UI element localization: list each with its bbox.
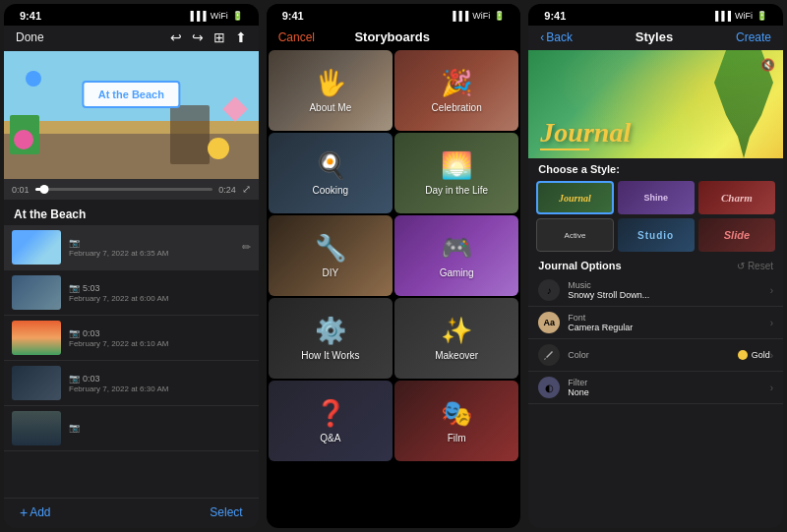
clip-item[interactable]: 📷 0:03 February 7, 2022 at 6:10 AM xyxy=(4,316,259,361)
preview-title: Journal xyxy=(540,117,631,148)
redo-icon[interactable]: ↪ xyxy=(192,30,204,45)
add-label[interactable]: Add xyxy=(30,505,50,519)
camera-icon-4: 📷 xyxy=(69,374,80,384)
wifi-icon-2: WiFi xyxy=(472,11,490,21)
done-button[interactable]: Done xyxy=(16,30,44,44)
edit-icon-1[interactable]: ✏ xyxy=(242,241,251,254)
journal-options-header: Journal Options ↺ Reset xyxy=(528,255,783,274)
font-icon: Aa xyxy=(538,312,560,333)
color-value: Gold xyxy=(752,350,770,360)
signal-icon-1: ▐▐▐ xyxy=(188,11,207,21)
about-me-icon: 🖐 xyxy=(315,68,346,98)
color-dot xyxy=(738,350,748,360)
storyboard-qa[interactable]: ❓ Q&A xyxy=(269,381,393,461)
music-option-row[interactable]: ♪ Music Snowy Stroll Down... › xyxy=(528,274,783,307)
storyboard-about-me[interactable]: 🖐 About Me xyxy=(269,50,393,131)
film-icon: 🎭 xyxy=(441,398,472,429)
storyboard-diy[interactable]: 🔧 DIY xyxy=(269,215,393,296)
clip-date-3: February 7, 2022 at 6:10 AM xyxy=(69,339,251,348)
swatch-studio-label: Studio xyxy=(637,230,674,241)
preview-title-underline xyxy=(540,148,589,150)
clip-info-5: 📷 xyxy=(69,423,251,434)
font-option-content: Font Camera Regular xyxy=(568,313,769,332)
makeover-icon: ✨ xyxy=(441,316,472,346)
clip-item[interactable]: 📷 February 7, 2022 at 6:35 AM ✏ xyxy=(4,225,259,270)
clip-duration-2: 5:03 xyxy=(83,283,100,293)
day-in-life-label: Day in the Life xyxy=(425,185,488,196)
editor-header: Done ↩ ↪ ⊞ ⬆ xyxy=(4,26,259,51)
share-icon[interactable]: ⬆ xyxy=(235,30,247,45)
swatch-studio[interactable]: Studio xyxy=(618,218,695,252)
status-time-3: 9:41 xyxy=(544,10,566,22)
swatch-active-label: Active xyxy=(565,231,586,240)
gaming-label: Gaming xyxy=(440,267,474,278)
wifi-icon-3: WiFi xyxy=(735,11,753,21)
back-button[interactable]: ‹ Back xyxy=(540,30,573,44)
camera-icon-3: 📷 xyxy=(69,328,80,338)
swatch-slide[interactable]: Slide xyxy=(698,218,775,252)
storyboard-gaming[interactable]: 🎮 Gaming xyxy=(394,215,518,296)
storyboard-makeover[interactable]: ✨ Makeover xyxy=(394,298,518,379)
clip-date-1: February 7, 2022 at 6:35 AM xyxy=(69,249,242,258)
swatch-active[interactable]: Active xyxy=(536,218,613,252)
clip-item[interactable]: 📷 0:03 February 7, 2022 at 6:30 AM xyxy=(4,361,259,406)
filter-key: Filter xyxy=(568,378,769,387)
battery-icon-1: 🔋 xyxy=(232,11,243,21)
storyboard-grid: 🖐 About Me 🎉 Celebration 🍳 Cooking 🌅 Day… xyxy=(267,50,521,461)
timeline-track[interactable] xyxy=(35,188,213,191)
video-title-card: At the Beach xyxy=(83,81,180,108)
undo-icon[interactable]: ↩ xyxy=(170,30,182,45)
storyboard-celebration[interactable]: 🎉 Celebration xyxy=(394,50,518,131)
storyboard-cooking[interactable]: 🍳 Cooking xyxy=(269,133,393,213)
clip-item[interactable]: 📷 5:03 February 7, 2022 at 6:00 AM xyxy=(4,270,259,316)
section-title: At the Beach xyxy=(14,207,86,221)
clip-meta-row-3: 📷 0:03 xyxy=(69,328,251,338)
camera-icon-5: 📷 xyxy=(69,423,80,433)
mute-icon[interactable]: 🔇 xyxy=(760,58,775,72)
filter-option-row[interactable]: ◐ Filter None › xyxy=(528,372,783,404)
fullscreen-button[interactable]: ⤢ xyxy=(242,183,251,196)
swatch-journal[interactable]: Journal xyxy=(536,181,613,214)
storyboard-film[interactable]: 🎭 Film xyxy=(394,381,518,461)
color-option-row[interactable]: Color Gold › xyxy=(528,339,783,372)
clip-item[interactable]: 📷 xyxy=(4,406,259,451)
video-preview[interactable]: At the Beach xyxy=(4,51,259,179)
back-label: Back xyxy=(546,30,573,44)
status-time-2: 9:41 xyxy=(282,10,304,22)
storyboards-title: Storyboards xyxy=(354,30,430,44)
color-chevron-icon: › xyxy=(770,350,773,361)
signal-icon-2: ▐▐▐ xyxy=(450,11,468,21)
clip-info-3: 📷 0:03 February 7, 2022 at 6:10 AM xyxy=(69,328,251,348)
add-button[interactable]: + Add xyxy=(20,504,51,520)
clip-meta-row-5: 📷 xyxy=(69,423,251,433)
beach-decor-yellow xyxy=(208,138,229,159)
font-value: Camera Regular xyxy=(568,323,769,332)
music-value: Snowy Stroll Down... xyxy=(568,290,769,300)
qa-label: Q&A xyxy=(320,433,340,443)
create-button[interactable]: Create xyxy=(736,30,771,44)
beach-decor-pink xyxy=(14,130,33,149)
style-swatches-grid: Journal Shine Charm Active Studio Slide xyxy=(528,178,783,255)
status-bar-3: 9:41 ▐▐▐ WiFi 🔋 xyxy=(528,4,783,26)
clip-date-2: February 7, 2022 at 6:00 AM xyxy=(69,294,251,303)
clip-thumbnail-5 xyxy=(12,411,61,445)
diy-label: DIY xyxy=(323,267,339,278)
storyboard-day-in-life[interactable]: 🌅 Day in the Life xyxy=(394,133,518,213)
storyboard-how-it-works[interactable]: ⚙️ How It Works xyxy=(269,298,393,379)
select-button[interactable]: Select xyxy=(210,505,242,519)
storyboards-header: Cancel Storyboards xyxy=(267,26,521,50)
about-me-label: About Me xyxy=(309,102,351,113)
swatch-charm-label: Charm xyxy=(721,192,753,204)
clip-info-1: 📷 February 7, 2022 at 6:35 AM xyxy=(69,238,242,258)
clip-meta-row-4: 📷 0:03 xyxy=(69,374,251,384)
swatch-charm[interactable]: Charm xyxy=(698,181,775,214)
music-chevron-icon: › xyxy=(770,285,773,296)
cooking-label: Cooking xyxy=(312,185,348,196)
reset-button[interactable]: ↺ Reset xyxy=(737,261,773,271)
color-option-content: Color Gold xyxy=(568,350,769,360)
swatch-shine[interactable]: Shine xyxy=(618,181,695,214)
trim-icon[interactable]: ⊞ xyxy=(213,30,225,45)
cancel-button[interactable]: Cancel xyxy=(278,30,315,44)
font-option-row[interactable]: Aa Font Camera Regular › xyxy=(528,307,783,339)
font-key: Font xyxy=(568,313,769,323)
